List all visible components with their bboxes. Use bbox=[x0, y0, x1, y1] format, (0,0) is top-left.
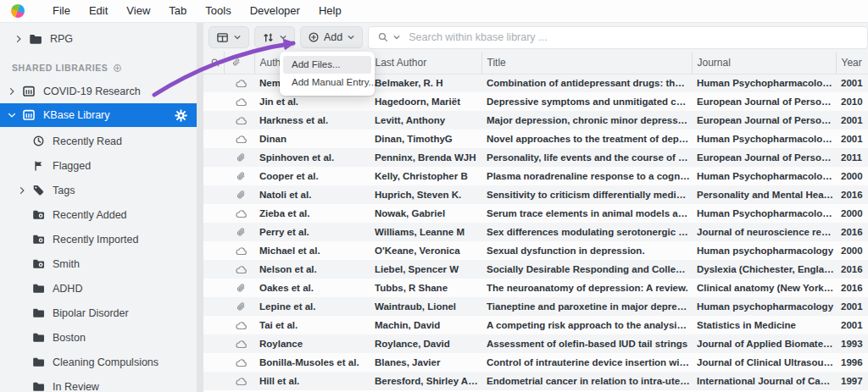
table-row[interactable]: Natoli et al.Huprich, Steven K.Sensitivi… bbox=[203, 185, 868, 204]
sort-button[interactable] bbox=[254, 26, 295, 48]
sidebar-item-label: Boston bbox=[53, 332, 86, 344]
cell-title: Serum trace elements in animal models an… bbox=[481, 204, 692, 223]
cloud-icon bbox=[229, 375, 253, 388]
cloud-icon bbox=[229, 207, 253, 220]
menu-item-view[interactable]: View bbox=[117, 0, 159, 22]
chevron-down-icon[interactable] bbox=[7, 110, 17, 120]
gear-icon[interactable] bbox=[175, 109, 187, 122]
cell-journal: Statistics in Medicine bbox=[692, 316, 836, 334]
menu-item-developer[interactable]: Developer bbox=[241, 0, 309, 22]
cell-journal: Journal of neuroscience research bbox=[692, 223, 836, 241]
cell-journal: Dyslexia (Chichester, England) bbox=[692, 260, 836, 279]
cell-authors: Tai et al. bbox=[254, 316, 370, 334]
cell-journal: European Journal of Personality bbox=[692, 148, 836, 167]
table-row[interactable]: Michael et al.O'Keane, VeronicaSexual dy… bbox=[203, 241, 868, 260]
table-row[interactable]: DinanDinan, TimothyGNovel approaches to … bbox=[203, 130, 868, 148]
cell-title: Major depression, chronic minor depressi… bbox=[481, 111, 692, 130]
column-header-journal[interactable]: Journal bbox=[692, 52, 836, 74]
cell-journal: Human Psychopharmacology: C... bbox=[692, 204, 836, 223]
sidebar-item-kbase-library[interactable]: KBase Library bbox=[0, 103, 197, 127]
sidebar-item-recently-imported[interactable]: Recently Imported bbox=[0, 227, 197, 251]
sidebar-item-cleaning-compulsions[interactable]: Cleaning Compulsions bbox=[0, 350, 197, 374]
cell-title: Sensitivity to criticism differentially … bbox=[481, 185, 692, 204]
table-row[interactable]: Nelson et al.Liebel, Spencer WSocially D… bbox=[203, 260, 868, 279]
cell-authors: Roylance bbox=[254, 334, 370, 353]
menu-item-edit[interactable]: Edit bbox=[80, 0, 117, 22]
sidebar-item-label: Cleaning Compulsions bbox=[53, 356, 159, 368]
chevron-right-icon[interactable] bbox=[14, 34, 24, 44]
cell-authors: Nelson et al. bbox=[254, 260, 370, 279]
sidebar-item-bipolar-disorder[interactable]: Bipolar Disorder bbox=[0, 301, 197, 325]
column-header-search[interactable] bbox=[203, 52, 224, 74]
chevron-right-icon[interactable] bbox=[7, 86, 17, 97]
column-header-title[interactable]: Title bbox=[481, 52, 692, 74]
column-header-year[interactable]: Year bbox=[836, 52, 868, 74]
table-row[interactable]: Perry et al.Williams, Leanne MSex differ… bbox=[203, 223, 868, 241]
add-shared-library-icon[interactable] bbox=[113, 63, 122, 73]
paperclip-icon bbox=[229, 190, 253, 201]
table-row[interactable]: Bonilla-Musoles et al.Blanes, JavierCont… bbox=[203, 353, 868, 372]
table-row[interactable]: Zieba et al.Nowak, GabrielSerum trace el… bbox=[203, 204, 868, 223]
table-row[interactable]: Spinhoven et al.Penninx, Brenda WJHPerso… bbox=[203, 148, 868, 167]
sidebar-item-in-review[interactable]: In Review bbox=[0, 374, 197, 392]
sidebar-item-label: Recently Read bbox=[53, 135, 122, 147]
sidebar-item-adhd[interactable]: ADHD bbox=[0, 276, 197, 301]
table-row[interactable]: RoylanceRoylance, DavidAssessment of ole… bbox=[203, 334, 868, 353]
sidebar-item-recently-read[interactable]: Recently Read bbox=[0, 129, 197, 153]
cell-last-author: Hagedoorn, Mariët bbox=[370, 92, 481, 111]
chevron-down-icon bbox=[347, 33, 355, 41]
column-header-last-author[interactable]: Last Author bbox=[370, 52, 481, 74]
chevron-down-icon[interactable] bbox=[392, 33, 401, 41]
smart-folder-icon bbox=[32, 208, 45, 221]
cell-year: 1993 bbox=[836, 334, 868, 353]
cloud-icon bbox=[229, 356, 253, 369]
menu-item-file[interactable]: File bbox=[43, 0, 80, 22]
table-row[interactable]: Hill et al.Beresford, Shirley A.A.Endome… bbox=[203, 372, 868, 390]
sidebar-item-tags[interactable]: Tags bbox=[0, 178, 197, 202]
cell-title: Endometrial cancer in relation to intra-… bbox=[481, 372, 692, 390]
menu-items: FileEditViewTabToolsDeveloperHelp bbox=[43, 0, 351, 22]
search-input[interactable] bbox=[409, 31, 867, 43]
cell-last-author: O'Keane, Veronica bbox=[370, 241, 481, 260]
sidebar-item-boston[interactable]: Boston bbox=[0, 325, 197, 350]
table-row[interactable]: Cooper et al.Kelly, Christopher BPlasma … bbox=[203, 167, 868, 185]
table-row[interactable]: Lepine et al.Waintraub, LionelTianeptine… bbox=[203, 297, 868, 316]
table-row[interactable]: Tai et al.Machin, DavidA competing risk … bbox=[203, 316, 868, 334]
sidebar-item-covid-19-research[interactable]: COVID-19 Research bbox=[0, 80, 197, 103]
menu-item-help[interactable]: Help bbox=[309, 0, 351, 22]
sidebar-item-label: Recently Added bbox=[53, 209, 127, 221]
menu-item-tools[interactable]: Tools bbox=[196, 0, 240, 22]
add-button[interactable]: Add bbox=[300, 26, 363, 48]
cell-year: 2016 bbox=[836, 279, 868, 297]
folder-icon bbox=[29, 32, 42, 46]
cell-last-author: Williams, Leanne M bbox=[370, 223, 481, 241]
search-icon bbox=[209, 58, 224, 68]
chevron-right-icon[interactable] bbox=[17, 185, 27, 196]
cell-journal: Personality and Mental Health bbox=[692, 185, 836, 204]
sidebar-item-recently-added[interactable]: Recently Added bbox=[0, 202, 197, 227]
cell-year: 2001 bbox=[836, 74, 868, 92]
sidebar-item-smith[interactable]: Smith bbox=[0, 251, 197, 276]
cell-year: 2016 bbox=[836, 185, 868, 204]
cell-title: Socially Desirable Responding and Colleg… bbox=[481, 260, 692, 279]
table-row[interactable]: Harkness et al.Levitt, AnthonyMajor depr… bbox=[203, 111, 868, 130]
add-button-label: Add bbox=[324, 31, 342, 43]
menu-item-add-files[interactable]: Add Files... bbox=[283, 56, 371, 74]
cell-authors: Spinhoven et al. bbox=[254, 148, 370, 167]
sidebar-item-flagged[interactable]: Flagged bbox=[0, 153, 197, 178]
cell-last-author: Waintraub, Lionel bbox=[370, 297, 481, 316]
folder-icon bbox=[32, 331, 45, 344]
table-row[interactable]: Oakes et al.Tubbs, R ShaneThe neuroanato… bbox=[203, 279, 868, 297]
view-options-button[interactable] bbox=[209, 26, 249, 48]
sidebar-item-label: Smith bbox=[53, 258, 80, 270]
cell-last-author: Blanes, Javier bbox=[370, 353, 481, 372]
column-header-attachment[interactable] bbox=[224, 52, 254, 74]
menu-item-tab[interactable]: Tab bbox=[159, 0, 196, 22]
cell-authors: Dinan bbox=[254, 130, 370, 148]
menu-item-add-manual-entry[interactable]: Add Manual Entry... bbox=[283, 74, 371, 91]
search-box[interactable] bbox=[368, 26, 868, 49]
add-dropdown-menu: Add Files... Add Manual Entry... bbox=[280, 52, 375, 96]
cell-title: Plasma noradrenaline response to a cogni… bbox=[481, 167, 692, 185]
sidebar-item-rpg[interactable]: RPG bbox=[0, 27, 197, 51]
cell-last-author: Roylance, David bbox=[370, 334, 481, 353]
